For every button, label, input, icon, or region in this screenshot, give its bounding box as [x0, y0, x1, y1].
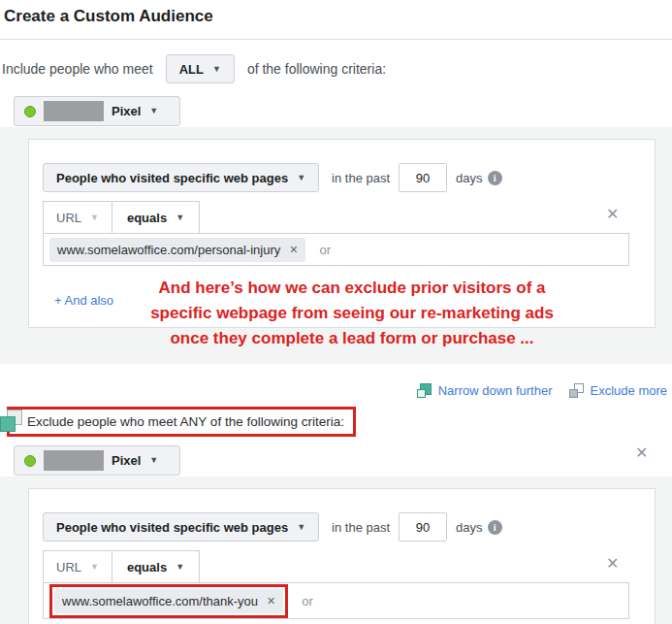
exclude-more-label: Exclude more	[591, 383, 667, 398]
and-also-link[interactable]: + And also	[54, 293, 113, 308]
visited-pages-dropdown[interactable]: People who visited specific web pages ▼	[43, 163, 319, 192]
pixel-active-dot-icon	[24, 106, 36, 117]
url-field-dropdown[interactable]: URL ▼	[44, 202, 112, 233]
visited-pages-label: People who visited specific web pages	[56, 171, 288, 185]
criteria-row: People who visited specific web pages ▼ …	[43, 163, 502, 192]
days-input[interactable]	[399, 512, 447, 542]
create-custom-audience-dialog: { "window": { "title": "Create a Custom …	[0, 0, 672, 624]
days-label: days	[456, 171, 482, 185]
url-chip: www.somelawoffice.com/thank-you ✕	[54, 589, 283, 613]
exclude-header-highlight: Exclude people who meet ANY of the follo…	[7, 407, 356, 437]
url-tag-input[interactable]: www.somelawoffice.com/thank-you ✕	[43, 582, 629, 619]
remove-rule-icon[interactable]: ✕	[606, 207, 619, 222]
visited-pages-label: People who visited specific web pages	[56, 520, 288, 535]
criteria-row: People who visited specific web pages ▼ …	[43, 512, 502, 542]
exclude-header-text: Exclude people who meet ANY of the follo…	[27, 414, 344, 429]
narrow-down-further-link[interactable]: Narrow down further	[417, 383, 553, 398]
narrow-squares-icon	[417, 383, 432, 398]
info-icon[interactable]: i	[488, 520, 502, 535]
pixel-selector-exclude[interactable]: Pixel ▼	[14, 445, 180, 476]
chevron-down-icon: ▼	[297, 174, 305, 182]
chevron-down-icon: ▼	[149, 456, 158, 465]
url-filter-tabs: URL ▼ equals ▼	[43, 550, 200, 583]
exclude-section: People who visited specific web pages ▼ …	[0, 476, 672, 624]
url-tag-input[interactable]: www.somelawoffice.com/personal-injury ✕	[43, 233, 629, 266]
url-chip-text: www.somelawoffice.com/personal-injury	[57, 243, 280, 257]
remove-exclude-section-icon[interactable]: ✕	[635, 445, 648, 461]
annotation-line: once they complete a lead form or purcha…	[114, 326, 590, 351]
days-label: days	[456, 520, 482, 535]
include-rule-prefix: Include people who meet	[2, 61, 153, 77]
exclude-more-link[interactable]: Exclude more	[569, 383, 667, 398]
remove-rule-icon[interactable]: ✕	[606, 556, 619, 572]
in-the-past-label: in the past	[332, 520, 390, 535]
chip-close-icon[interactable]: ✕	[267, 595, 275, 608]
visited-pages-dropdown[interactable]: People who visited specific web pages ▼	[43, 512, 319, 542]
include-rule-suffix: of the following criteria:	[247, 61, 386, 77]
chevron-down-icon: ▼	[297, 523, 305, 532]
url-chip-text: www.somelawoffice.com/thank-you	[62, 594, 258, 608]
url-chip-highlight: www.somelawoffice.com/thank-you ✕	[49, 584, 288, 618]
redacted-pixel-name	[44, 101, 104, 121]
operator-dropdown[interactable]: equals ▼	[112, 202, 199, 233]
match-type-value: ALL	[179, 62, 204, 77]
pixel-selector-include[interactable]: Pixel ▼	[14, 96, 180, 126]
pixel-label: Pixel	[112, 104, 141, 118]
exclude-squares-icon	[569, 383, 584, 398]
url-field-label: URL	[56, 560, 81, 575]
page-title: Create a Custom Audience	[4, 7, 213, 26]
narrow-down-label: Narrow down further	[438, 383, 553, 398]
exclude-overlap-squares-icon	[0, 410, 22, 432]
include-rule-row: Include people who meet ALL ▼ of the fol…	[2, 54, 386, 83]
redacted-pixel-name	[44, 450, 104, 471]
chevron-down-icon: ▼	[149, 107, 158, 115]
days-input[interactable]	[399, 163, 447, 192]
operator-label: equals	[127, 211, 167, 225]
audience-actions-row: Narrow down further Exclude more	[417, 383, 667, 398]
info-icon[interactable]: i	[488, 171, 502, 185]
match-type-dropdown[interactable]: ALL ▼	[166, 54, 235, 83]
pixel-label: Pixel	[112, 453, 141, 468]
annotation-line: And here’s how we can exclude prior visi…	[114, 276, 590, 301]
url-filter-tabs: URL ▼ equals ▼	[43, 201, 200, 234]
chip-close-icon[interactable]: ✕	[289, 244, 298, 256]
annotation-note: And here’s how we can exclude prior visi…	[114, 276, 590, 351]
header-divider	[0, 39, 672, 40]
chevron-down-icon: ▼	[212, 65, 221, 74]
exclude-criteria-card: People who visited specific web pages ▼ …	[28, 488, 656, 624]
chevron-down-icon: ▼	[90, 563, 99, 572]
in-the-past-label: in the past	[332, 171, 390, 185]
chevron-down-icon: ▼	[176, 563, 184, 572]
annotation-line: specific webpage from seeing our re-mark…	[114, 301, 590, 326]
url-field-label: URL	[56, 211, 81, 225]
url-or-input[interactable]	[317, 242, 623, 258]
url-chip: www.somelawoffice.com/personal-injury ✕	[49, 238, 305, 262]
operator-dropdown[interactable]: equals ▼	[112, 551, 199, 582]
operator-label: equals	[127, 560, 167, 575]
chevron-down-icon: ▼	[90, 213, 99, 222]
url-field-dropdown[interactable]: URL ▼	[44, 551, 112, 582]
url-or-input[interactable]	[300, 593, 623, 609]
pixel-active-dot-icon	[24, 455, 36, 467]
chevron-down-icon: ▼	[176, 213, 184, 222]
